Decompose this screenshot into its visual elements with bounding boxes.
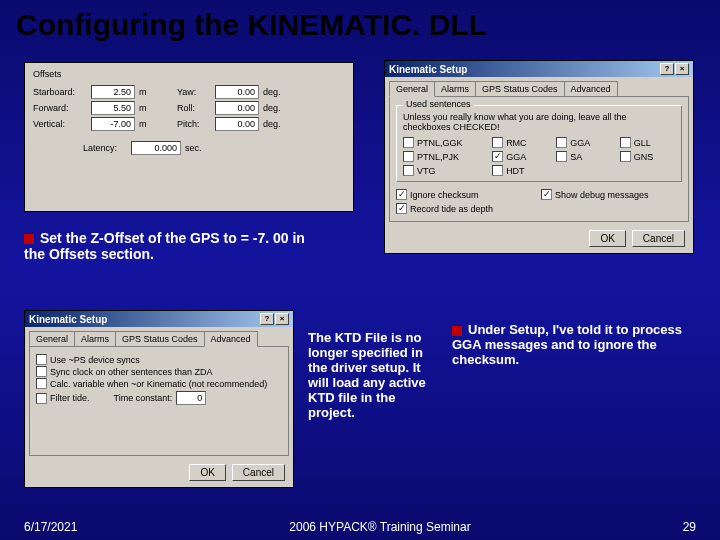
footer-date: 6/17/2021 xyxy=(24,520,77,534)
cancel-button-2[interactable]: Cancel xyxy=(232,464,285,481)
yaw-unit: deg. xyxy=(263,87,281,97)
starboard-input[interactable] xyxy=(91,85,135,99)
tab-alarms-1[interactable]: Alarms xyxy=(434,81,476,96)
latency-input[interactable] xyxy=(131,141,181,155)
latency-unit: sec. xyxy=(185,143,202,153)
cb-ptnlpjk-label: PTNL,PJK xyxy=(417,152,459,162)
cb-ignore-label: Ignore checksum xyxy=(410,190,479,200)
offsets-heading: Offsets xyxy=(33,69,345,79)
tab-general-2[interactable]: General xyxy=(29,331,75,346)
vertical-label: Vertical: xyxy=(33,119,87,129)
cb-hdt-label: HDT xyxy=(506,166,525,176)
tab-gps-2[interactable]: GPS Status Codes xyxy=(115,331,205,346)
titlebar-1: Kinematic Setup ? × xyxy=(385,61,693,77)
cb-ptnlggk[interactable]: PTNL,GGK xyxy=(403,137,484,148)
starboard-label: Starboard: xyxy=(33,87,87,97)
pitch-unit: deg. xyxy=(263,119,281,129)
vertical-unit: m xyxy=(139,119,153,129)
used-sentences-legend: Used sentences xyxy=(403,99,474,109)
kinematic-setup-dialog-1: Kinematic Setup ? × General Alarms GPS S… xyxy=(384,60,694,254)
cb-gga1[interactable]: GGA xyxy=(556,137,612,148)
caption-setup: Under Setup, I've told it to process GGA… xyxy=(452,322,692,367)
cb-record-label: Record tide as depth xyxy=(410,204,493,214)
help-icon-2[interactable]: ? xyxy=(260,313,274,325)
forward-label: Forward: xyxy=(33,103,87,113)
tab-advanced-2[interactable]: Advanced xyxy=(204,331,258,347)
forward-unit: m xyxy=(139,103,153,113)
cb-gll-label: GLL xyxy=(634,138,651,148)
kinematic-setup-dialog-2: Kinematic Setup ? × General Alarms GPS S… xyxy=(24,310,294,488)
tab-advanced-1[interactable]: Advanced xyxy=(564,81,618,96)
yaw-label: Yaw: xyxy=(177,87,211,97)
sentence-grid: PTNL,GGK RMC GGA GLL PTNL,PJK ✓GGA SA GN… xyxy=(403,136,675,177)
footer-center: 2006 HYPACK® Training Seminar xyxy=(289,520,470,534)
cancel-button-1[interactable]: Cancel xyxy=(632,230,685,247)
close-icon-2[interactable]: × xyxy=(275,313,289,325)
bullet-icon-2 xyxy=(452,326,462,336)
cb-sa[interactable]: SA xyxy=(556,151,612,162)
tab-gps-1[interactable]: GPS Status Codes xyxy=(475,81,565,96)
cb-debug-label: Show debug messages xyxy=(555,190,649,200)
cb-rmc-label: RMC xyxy=(506,138,527,148)
ok-button-1[interactable]: OK xyxy=(589,230,625,247)
cb-gga2-label: GGA xyxy=(506,152,526,162)
cb-pps[interactable]: Use ~PS device syncs xyxy=(36,354,282,365)
help-icon[interactable]: ? xyxy=(660,63,674,75)
forward-input[interactable] xyxy=(91,101,135,115)
cb-ignore-checksum[interactable]: ✓Ignore checksum xyxy=(396,189,537,200)
roll-label: Roll: xyxy=(177,103,211,113)
titlebar-2: Kinematic Setup ? × xyxy=(25,311,293,327)
titlebar-2-text: Kinematic Setup xyxy=(29,314,107,325)
time-constant-label: Time constant: xyxy=(114,393,173,403)
vertical-input[interactable] xyxy=(91,117,135,131)
roll-unit: deg. xyxy=(263,103,281,113)
cb-gns-label: GNS xyxy=(634,152,654,162)
cb-ptnlpjk[interactable]: PTNL,PJK xyxy=(403,151,484,162)
cb-hdt[interactable]: HDT xyxy=(492,165,548,176)
cb-sync-zda[interactable]: Sync clock on other sentences than ZDA xyxy=(36,366,282,377)
cb-gga2[interactable]: ✓GGA xyxy=(492,151,548,162)
footer-page: 29 xyxy=(683,520,696,534)
caption-zoffset: Set the Z-Offset of the GPS to = -7. 00 … xyxy=(24,230,324,262)
close-icon[interactable]: × xyxy=(675,63,689,75)
cb-vtg-label: VTG xyxy=(417,166,436,176)
yaw-input[interactable] xyxy=(215,85,259,99)
cb-gll[interactable]: GLL xyxy=(620,137,675,148)
cb-pps-label: Use ~PS device syncs xyxy=(50,355,140,365)
cb-gns[interactable]: GNS xyxy=(620,151,675,162)
bullet-icon xyxy=(24,234,34,244)
tab-general-1[interactable]: General xyxy=(389,81,435,97)
latency-label: Latency: xyxy=(83,143,127,153)
pitch-label: Pitch: xyxy=(177,119,211,129)
titlebar-1-text: Kinematic Setup xyxy=(389,64,467,75)
cb-show-debug[interactable]: ✓Show debug messages xyxy=(541,189,682,200)
tab-alarms-2[interactable]: Alarms xyxy=(74,331,116,346)
starboard-unit: m xyxy=(139,87,153,97)
cb-record-tide[interactable]: ✓Record tide as depth xyxy=(396,203,682,214)
offsets-panel: Offsets Starboard: m Yaw: deg. Forward: … xyxy=(24,62,354,212)
pitch-input[interactable] xyxy=(215,117,259,131)
cb-filter-tide[interactable]: Filter tide. xyxy=(36,393,90,404)
cb-ptnlggk-label: PTNL,GGK xyxy=(417,138,463,148)
cb-filter-label: Filter tide. xyxy=(50,393,90,403)
cb-calc-label: Calc. variable when ~or Kinematic (not r… xyxy=(50,379,267,389)
cb-gga1-label: GGA xyxy=(570,138,590,148)
cb-sa-label: SA xyxy=(570,152,582,162)
time-constant-input[interactable] xyxy=(176,391,206,405)
slide-footer: 6/17/2021 2006 HYPACK® Training Seminar … xyxy=(0,520,720,534)
cb-rmc[interactable]: RMC xyxy=(492,137,548,148)
cb-vtg[interactable]: VTG xyxy=(403,165,484,176)
caption-ktd: The KTD File is no longer specified in t… xyxy=(308,330,438,420)
roll-input[interactable] xyxy=(215,101,259,115)
cb-calc-var[interactable]: Calc. variable when ~or Kinematic (not r… xyxy=(36,378,282,389)
hint-text: Unless you really know what you are doin… xyxy=(403,112,675,132)
ok-button-2[interactable]: OK xyxy=(189,464,225,481)
slide-title: Configuring the KINEMATIC. DLL xyxy=(0,0,720,46)
cb-sync-label: Sync clock on other sentences than ZDA xyxy=(50,367,213,377)
